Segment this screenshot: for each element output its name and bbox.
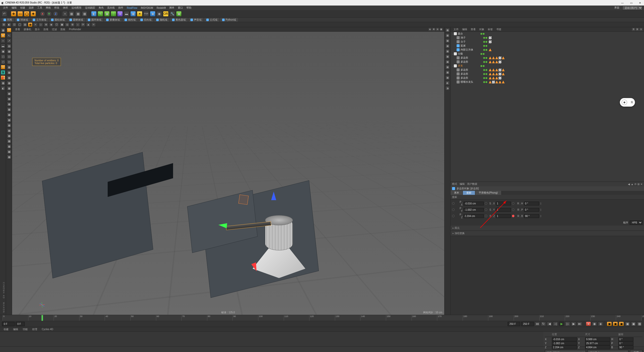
- object-row[interactable]: 多边形: [451, 68, 644, 72]
- edge-mode[interactable]: ▬: [1, 44, 5, 48]
- menu-文件[interactable]: 文件: [2, 6, 10, 10]
- attr-tab-平滑着色(Phong)[interactable]: 平滑着色(Phong): [475, 191, 502, 195]
- field-公式域[interactable]: 公式域: [204, 18, 219, 22]
- collapse-freeze[interactable]: 冻结变换: [451, 231, 644, 236]
- vpmenu-显示[interactable]: 显示: [33, 27, 41, 31]
- menu-插件[interactable]: 插件: [117, 6, 125, 10]
- objmenu-编辑[interactable]: 编辑: [461, 27, 469, 31]
- object-manager[interactable]: -盘台池子台子延展内部立方体-分裂多边形多边形-开关多边形多边形多边形喷嘴水龙头: [451, 32, 644, 182]
- field-声音域[interactable]: 声音域: [188, 18, 204, 22]
- render-settings[interactable]: ▦: [82, 11, 87, 17]
- t3-7[interactable]: ⌖: [33, 22, 38, 27]
- bottab-功能[interactable]: 功能: [21, 327, 30, 332]
- goto-start[interactable]: ⏮: [535, 322, 540, 326]
- l4[interactable]: S: [1, 70, 5, 75]
- t3-8[interactable]: ◇: [38, 22, 43, 27]
- t3-17[interactable]: ▲: [86, 22, 91, 27]
- s14[interactable]: ▦: [7, 97, 11, 101]
- menu-网格[interactable]: 网格: [44, 6, 52, 10]
- k2[interactable]: ▣: [613, 322, 618, 326]
- frame-range-end[interactable]: [508, 322, 520, 326]
- menu-窗口[interactable]: 窗口: [176, 6, 184, 10]
- field-径向域[interactable]: 径向域: [138, 18, 153, 22]
- s4[interactable]: ▤: [7, 44, 11, 48]
- t3-18[interactable]: fx: [91, 22, 96, 27]
- bottab-Cycles 4D[interactable]: Cycles 4D: [40, 327, 55, 331]
- hair[interactable]: ◉: [156, 11, 162, 17]
- s3[interactable]: ↗: [7, 38, 11, 43]
- vp-icon-4[interactable]: ▦: [440, 28, 443, 31]
- t3-11[interactable]: ⬡: [54, 22, 59, 27]
- s20[interactable]: ▦: [7, 128, 11, 133]
- field-PY[interactable]: [464, 208, 484, 212]
- om-i2[interactable]: ⊞: [636, 28, 639, 31]
- field-胶囊体域[interactable]: 胶囊体域: [104, 18, 122, 22]
- r10[interactable]: ▦: [445, 75, 450, 80]
- point-mode[interactable]: •: [1, 38, 5, 43]
- psr-icon[interactable]: PSR: [143, 11, 149, 17]
- field-RH[interactable]: [524, 202, 539, 205]
- goto-end[interactable]: ⏭: [577, 322, 582, 326]
- objmenu-查看[interactable]: 查看: [469, 27, 477, 31]
- r6[interactable]: ▦: [445, 54, 450, 59]
- s1[interactable]: ✥: [7, 28, 11, 32]
- s8[interactable]: ▦: [7, 65, 11, 69]
- select-tool[interactable]: ▭: [17, 11, 23, 17]
- apply-button[interactable]: 应用: [630, 350, 642, 352]
- render-view[interactable]: ▦: [69, 11, 74, 17]
- prev-frame[interactable]: ◁: [553, 322, 558, 326]
- object-row[interactable]: 多边形: [451, 72, 644, 76]
- s19[interactable]: ▦: [7, 123, 11, 127]
- r3[interactable]: ▦: [445, 38, 450, 43]
- s25[interactable]: ▦: [7, 155, 11, 159]
- frame-start[interactable]: [2, 322, 15, 326]
- attrmenu-编辑[interactable]: 编辑: [460, 182, 465, 186]
- anim-RH[interactable]: [512, 202, 514, 205]
- field-范围[interactable]: 范围: [2, 18, 14, 22]
- t3-2[interactable]: ◐: [7, 22, 11, 27]
- menu-流水线[interactable]: 流水线: [106, 6, 116, 10]
- pos-Y[interactable]: [552, 341, 577, 345]
- bottab-编辑[interactable]: 编辑: [11, 327, 20, 332]
- vp-icon-1[interactable]: ◈: [428, 28, 431, 31]
- k1[interactable]: ▣: [607, 322, 612, 326]
- s15[interactable]: ▦: [7, 102, 11, 106]
- object-row[interactable]: -开关: [451, 64, 644, 68]
- array-tool[interactable]: ⋮: [111, 11, 116, 17]
- r7[interactable]: ▦: [445, 60, 450, 64]
- other2[interactable]: 🔧: [170, 11, 175, 17]
- other3[interactable]: ▣: [176, 11, 182, 17]
- r1[interactable]: ▦: [445, 28, 450, 32]
- loop-icon[interactable]: ↻: [541, 322, 546, 326]
- object-row[interactable]: 池子: [451, 36, 644, 40]
- menu-角色[interactable]: 角色: [97, 6, 105, 10]
- prev-key[interactable]: ◀: [547, 322, 552, 326]
- r9[interactable]: ▦: [445, 70, 450, 75]
- field-圆锥体域[interactable]: 圆锥体域: [67, 18, 85, 22]
- pos-X[interactable]: [552, 337, 577, 341]
- gizmo-axis-z[interactable]: [271, 192, 276, 200]
- s18[interactable]: ▦: [7, 118, 11, 122]
- r4[interactable]: ▦: [445, 44, 450, 48]
- menu-体积[interactable]: 体积: [61, 6, 69, 10]
- subdiv-tool[interactable]: ▣: [104, 11, 110, 17]
- play-button[interactable]: ▶: [559, 322, 564, 326]
- s5[interactable]: ▦: [7, 49, 11, 54]
- autokey[interactable]: ◉: [592, 322, 597, 326]
- menu-Redshift[interactable]: Redshift: [155, 6, 168, 10]
- om-i1[interactable]: ⚙: [632, 28, 635, 31]
- rot-H[interactable]: [618, 337, 633, 341]
- vpmenu-面板[interactable]: 面板: [59, 27, 67, 31]
- mograph[interactable]: ◆: [150, 11, 155, 17]
- other1[interactable]: OR: [163, 11, 169, 17]
- deformer[interactable]: ◈: [117, 11, 123, 17]
- object-row[interactable]: 延展: [451, 44, 644, 48]
- scale-tool[interactable]: ✚: [30, 11, 36, 17]
- anim-PX[interactable]: [452, 202, 455, 205]
- attr-i2[interactable]: ⊞: [637, 183, 639, 186]
- s24[interactable]: ▦: [7, 149, 11, 154]
- object-row[interactable]: 多边形: [451, 60, 644, 64]
- t3-10[interactable]: ◈: [49, 22, 54, 27]
- objmenu-文件[interactable]: 文件: [452, 27, 460, 31]
- field-Python域[interactable]: Python域: [220, 18, 238, 22]
